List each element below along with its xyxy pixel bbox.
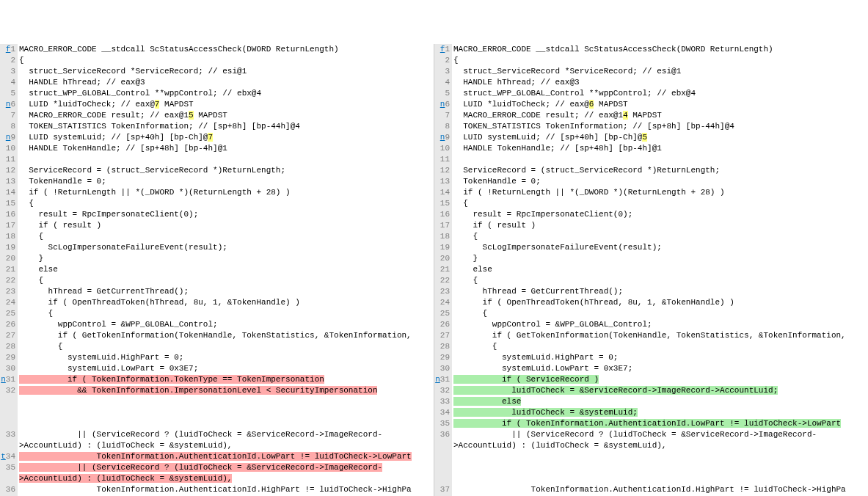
code-row[interactable]: 26 wppControl = &WPP_GLOBAL_Control; [0,319,434,330]
code-row[interactable]: 25 { [0,308,434,319]
code-row[interactable]: 13 TokenHandle = 0; [434,176,868,187]
code-row[interactable]: 22 { [0,275,434,286]
code-row[interactable]: 23 hThread = GetCurrentThread(); [0,286,434,297]
code-cell[interactable]: >AccountLuid) : (luidToCheck = &systemLu… [18,473,434,484]
code-row[interactable]: n31 if ( TokenInformation.TokenType == T… [0,374,434,385]
code-cell[interactable]: TokenInformation.AuthenticationId.HighPa… [18,484,434,495]
code-cell[interactable]: { [452,231,868,242]
code-cell[interactable]: { [18,275,434,286]
code-row[interactable]: 4 HANDLE hThread; // eax@3 [0,77,434,88]
right-pane[interactable]: f1MACRO_ERROR_CODE __stdcall ScStatusAcc… [434,44,868,496]
code-row[interactable]: n9 LUID systemLuid; // [sp+40h] [bp-Ch]@… [434,132,868,143]
code-cell[interactable]: if ( TokenInformation.TokenType == Token… [18,374,434,385]
code-row[interactable] [0,396,434,407]
code-cell[interactable]: { [18,55,434,66]
code-cell[interactable]: ScLogImpersonateFailureEvent(result); [18,242,434,253]
left-pane[interactable]: f1MACRO_ERROR_CODE __stdcall ScStatusAcc… [0,44,434,496]
code-cell[interactable]: { [452,308,868,319]
code-cell[interactable]: || (ServiceRecord ? (luidToCheck = &Serv… [18,429,434,440]
code-row[interactable]: 22 { [434,275,868,286]
code-row[interactable]: 3 struct_ServiceRecord *ServiceRecord; /… [0,66,434,77]
code-row[interactable]: 35 || (ServiceRecord ? (luidToCheck = &S… [0,462,434,473]
code-row[interactable]: 4 HANDLE hThread; // eax@3 [434,77,868,88]
code-cell[interactable] [18,418,434,429]
code-cell[interactable]: else [452,264,868,275]
code-row[interactable]: 35 if ( TokenInformation.AuthenticationI… [434,418,868,429]
code-cell[interactable]: if ( result ) [18,220,434,231]
code-cell[interactable]: ScLogImpersonateFailureEvent(result); [452,242,868,253]
code-cell[interactable] [452,473,868,484]
code-cell[interactable]: if ( !ReturnLength || *(_DWORD *)(Return… [18,187,434,198]
code-row[interactable]: 37 TokenInformation.AuthenticationId.Hig… [434,484,868,495]
code-row[interactable]: 13 TokenHandle = 0; [0,176,434,187]
code-cell[interactable]: { [18,198,434,209]
code-cell[interactable]: luidToCheck = &systemLuid; [452,407,868,418]
code-cell[interactable]: TokenInformation.AuthenticationId.HighPa… [452,484,868,495]
code-row[interactable]: 17 if ( result ) [0,220,434,231]
code-row[interactable]: 28 { [0,341,434,352]
code-cell[interactable]: { [18,341,434,352]
code-cell[interactable]: if ( result ) [452,220,868,231]
code-row[interactable]: 12 ServiceRecord = (struct_ServiceRecord… [0,165,434,176]
code-row[interactable]: 20 } [434,253,868,264]
code-cell[interactable]: } [452,253,868,264]
code-row[interactable]: 18 { [0,231,434,242]
code-cell[interactable]: { [452,275,868,286]
code-cell[interactable]: if ( ServiceRecord ) [452,374,868,385]
code-cell[interactable] [18,396,434,407]
code-cell[interactable]: hThread = GetCurrentThread(); [18,286,434,297]
code-cell[interactable]: { [452,341,868,352]
code-cell[interactable] [452,154,868,165]
code-row[interactable]: 36 TokenInformation.AuthenticationId.Hig… [0,484,434,495]
code-row[interactable]: 25 { [434,308,868,319]
code-row[interactable]: 27 if ( GetTokenInformation(TokenHandle,… [434,330,868,341]
code-cell[interactable]: TokenHandle = 0; [452,176,868,187]
code-cell[interactable]: systemLuid.HighPart = 0; [18,352,434,363]
code-row[interactable]: 24 if ( OpenThreadToken(hThread, 8u, 1, … [434,297,868,308]
code-row[interactable]: 21 else [0,264,434,275]
code-cell[interactable]: HANDLE TokenHandle; // [sp+48h] [bp-4h]@… [452,143,868,154]
code-row[interactable]: 7 MACRO_ERROR_CODE result; // eax@15 MAP… [0,110,434,121]
code-cell[interactable]: TOKEN_STATISTICS TokenInformation; // [s… [18,121,434,132]
code-row[interactable]: 33 else [434,396,868,407]
code-row[interactable]: 16 result = RpcImpersonateClient(0); [434,209,868,220]
code-cell[interactable]: TOKEN_STATISTICS TokenInformation; // [s… [452,121,868,132]
code-cell[interactable]: if ( GetTokenInformation(TokenHandle, To… [452,330,868,341]
code-row[interactable]: 17 if ( result ) [434,220,868,231]
code-row[interactable]: 7 MACRO_ERROR_CODE result; // eax@14 MAP… [434,110,868,121]
code-row[interactable]: 3 struct_ServiceRecord *ServiceRecord; /… [434,66,868,77]
code-cell[interactable]: ServiceRecord = (struct_ServiceRecord *)… [452,165,868,176]
code-cell[interactable]: { [18,231,434,242]
code-row[interactable]: 11 [0,154,434,165]
code-cell[interactable]: MACRO_ERROR_CODE result; // eax@15 MAPDS… [18,110,434,121]
code-row[interactable]: t34 TokenInformation.AuthenticationId.Lo… [0,451,434,462]
code-row[interactable]: 12 ServiceRecord = (struct_ServiceRecord… [434,165,868,176]
code-cell[interactable]: wppControl = &WPP_GLOBAL_Control; [452,319,868,330]
code-cell[interactable] [18,154,434,165]
code-cell[interactable]: ServiceRecord = (struct_ServiceRecord *)… [18,165,434,176]
code-cell[interactable]: && TokenInformation.ImpersonationLevel <… [18,385,434,396]
code-cell[interactable]: >AccountLuid) : (luidToCheck = &systemLu… [18,440,434,451]
code-row[interactable]: >AccountLuid) : (luidToCheck = &systemLu… [434,440,868,451]
code-row[interactable]: 14 if ( !ReturnLength || *(_DWORD *)(Ret… [434,187,868,198]
code-row[interactable]: 33 || (ServiceRecord ? (luidToCheck = &S… [0,429,434,440]
code-cell[interactable]: luidToCheck = &ServiceRecord->ImageRecor… [452,385,868,396]
code-row[interactable]: 8 TOKEN_STATISTICS TokenInformation; // … [0,121,434,132]
code-row[interactable] [434,451,868,462]
code-row[interactable]: 2{ [0,55,434,66]
code-cell[interactable] [18,407,434,418]
code-cell[interactable]: systemLuid.LowPart = 0x3E7; [18,363,434,374]
code-row[interactable]: 15 { [434,198,868,209]
code-row[interactable]: 23 hThread = GetCurrentThread(); [434,286,868,297]
code-row[interactable]: 36 || (ServiceRecord ? (luidToCheck = &S… [434,429,868,440]
code-cell[interactable]: HANDLE TokenHandle; // [sp+48h] [bp-4h]@… [18,143,434,154]
code-row[interactable]: n9 LUID systemLuid; // [sp+40h] [bp-Ch]@… [0,132,434,143]
code-row[interactable] [434,473,868,484]
code-cell[interactable]: TokenHandle = 0; [18,176,434,187]
gutter-prefix[interactable]: n [435,375,440,384]
code-cell[interactable]: struct_WPP_GLOBAL_Control **wppControl; … [18,88,434,99]
code-cell[interactable]: MACRO_ERROR_CODE result; // eax@14 MAPDS… [452,110,868,121]
code-cell[interactable] [452,462,868,473]
code-row[interactable]: 8 TOKEN_STATISTICS TokenInformation; // … [434,121,868,132]
code-row[interactable]: 5 struct_WPP_GLOBAL_Control **wppControl… [0,88,434,99]
